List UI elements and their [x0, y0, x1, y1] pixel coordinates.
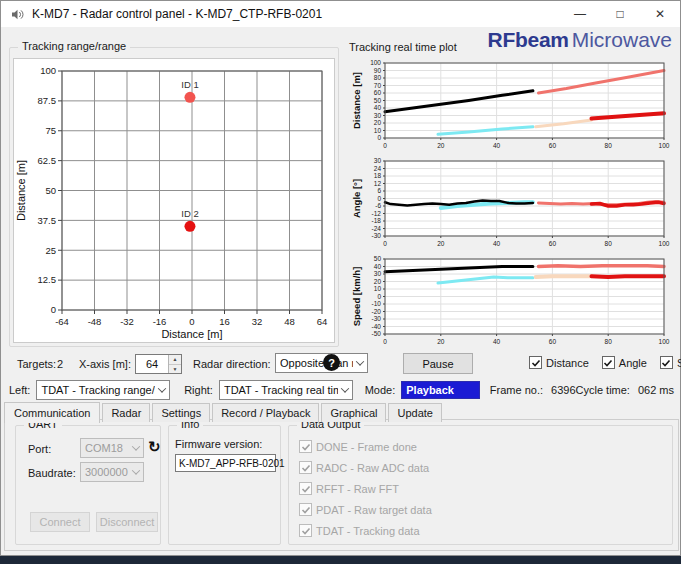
frame-label: Frame no.:	[490, 384, 543, 396]
svg-text:-30: -30	[372, 315, 382, 322]
svg-text:64: 64	[317, 316, 328, 327]
svg-text:20: 20	[437, 240, 445, 247]
cycle-time-label: Cycle time:	[576, 384, 630, 396]
svg-text:-40: -40	[372, 323, 382, 330]
chevron-down-icon	[158, 384, 166, 392]
svg-text:0: 0	[383, 240, 387, 247]
checkbox-check-icon	[299, 503, 312, 516]
svg-text:37.5: 37.5	[38, 215, 57, 226]
svg-text:60: 60	[374, 89, 382, 96]
tdat-checkbox[interactable]: TDAT - Tracking data	[299, 524, 432, 537]
svg-text:-16: -16	[153, 316, 167, 327]
svg-text:-6: -6	[375, 202, 381, 209]
rfft-checkbox[interactable]: RFFT - Raw FFT	[299, 482, 432, 495]
refresh-ports-icon[interactable]: ↻	[148, 439, 161, 454]
tab-record-playback[interactable]: Record / Playback	[212, 403, 319, 422]
baudrate-label: Baudrate:	[28, 467, 76, 479]
distance-checkbox[interactable]: Distance	[529, 356, 589, 369]
svg-text:100: 100	[370, 59, 381, 66]
svg-text:16: 16	[219, 316, 230, 327]
angle-checkbox[interactable]: Angle	[602, 356, 647, 369]
info-group: Info Firmware version: K-MD7_APP-RFB-020…	[168, 425, 281, 545]
svg-text:10: 10	[374, 127, 382, 134]
pdat-checkbox[interactable]: PDAT - Raw target data	[299, 503, 432, 516]
svg-text:10: 10	[374, 285, 382, 292]
firmware-version-field[interactable]: K-MD7_APP-RFB-0201	[175, 454, 276, 472]
maximize-button[interactable]: □	[600, 1, 640, 27]
logo-suffix: Microwave	[572, 28, 672, 52]
svg-text:Angle [°]: Angle [°]	[351, 179, 362, 218]
distance-chart: 0204060801000102030405060708090100Distan…	[351, 58, 673, 153]
connect-button[interactable]: Connect	[30, 512, 90, 532]
pause-button[interactable]: Pause	[403, 353, 473, 374]
svg-text:0: 0	[383, 142, 387, 149]
svg-text:80: 80	[605, 338, 613, 345]
mode-label: Mode:	[365, 384, 396, 396]
svg-text:-64: -64	[55, 316, 69, 327]
mode-value: Playback	[401, 381, 480, 399]
tab-radar[interactable]: Radar	[102, 403, 150, 422]
logo-brand: RFbeam	[488, 28, 569, 52]
disconnect-button[interactable]: Disconnect	[96, 512, 158, 532]
tab-graphical[interactable]: Graphical	[321, 403, 386, 422]
svg-text:90: 90	[374, 67, 382, 74]
svg-text:100: 100	[40, 65, 56, 76]
tracking-range-chart: -64-48-32-16016324864012.52537.55062.575…	[14, 59, 334, 342]
uart-group: UART Port: COM18 ↻ Baudrate: 3000000 Con…	[15, 425, 161, 545]
svg-text:0: 0	[377, 134, 381, 141]
svg-text:20: 20	[437, 338, 445, 345]
done-checkbox[interactable]: DONE - Frame done	[299, 440, 432, 453]
svg-text:100: 100	[659, 240, 670, 247]
app-window: K-MD7 - Radar control panel - K-MD7_CTP-…	[0, 0, 681, 556]
xaxis-stepper[interactable]: 64 ▲ ▼	[135, 354, 182, 374]
svg-text:0: 0	[189, 316, 194, 327]
svg-text:-48: -48	[88, 316, 102, 327]
svg-text:62.5: 62.5	[38, 155, 57, 166]
screen: K-MD7 - Radar control panel - K-MD7_CTP-…	[0, 0, 681, 564]
tab-settings[interactable]: Settings	[152, 403, 210, 422]
checkbox-check-icon	[299, 461, 312, 474]
xaxis-label: X-axis [m]:	[79, 358, 131, 370]
stepper-down-icon[interactable]: ▼	[169, 365, 181, 374]
right-view-dropdown[interactable]: TDAT - Tracking real time plot	[219, 380, 353, 400]
baudrate-dropdown[interactable]: 3000000	[80, 462, 144, 482]
bottom-bar	[0, 556, 681, 564]
svg-text:50: 50	[374, 255, 382, 262]
cycle-time-value: 062 ms	[638, 384, 674, 396]
left-view-dropdown[interactable]: TDAT - Tracking range/range	[36, 380, 170, 400]
port-dropdown[interactable]: COM18	[80, 438, 144, 458]
data-output-group: Data Output DONE - Frame done RADC - Raw…	[288, 425, 673, 545]
firmware-label: Firmware version:	[175, 438, 262, 450]
radar-direction-value: Opposite than monito	[280, 357, 353, 369]
help-icon[interactable]: ?	[323, 354, 340, 371]
svg-text:-12: -12	[372, 210, 382, 217]
svg-text:12.5: 12.5	[38, 274, 57, 285]
client-area: RFbeam Microwave Tracking range/range -6…	[1, 27, 680, 555]
svg-text:Distance [m]: Distance [m]	[15, 160, 27, 221]
chevron-down-icon	[132, 442, 140, 450]
svg-text:-10: -10	[372, 300, 382, 307]
svg-text:0: 0	[383, 338, 387, 345]
tracking-range-group: Tracking range/range -64-48-32-160163248…	[9, 47, 339, 347]
tab-update[interactable]: Update	[388, 403, 441, 422]
radc-checkbox[interactable]: RADC - Raw ADC data	[299, 461, 432, 474]
svg-text:40: 40	[493, 142, 501, 149]
realtime-plot-title: Tracking real time plot	[349, 41, 457, 53]
svg-text:80: 80	[605, 142, 613, 149]
selector-row: Left: TDAT - Tracking range/range Right:…	[1, 379, 681, 400]
close-button[interactable]: ✕	[640, 1, 680, 27]
checkbox-check-icon	[299, 482, 312, 495]
svg-text:30: 30	[374, 157, 382, 164]
minimize-button[interactable]: —	[560, 1, 600, 27]
svg-text:18: 18	[374, 172, 382, 179]
speed-checkbox[interactable]: Speed	[660, 356, 681, 369]
svg-text:40: 40	[374, 263, 382, 270]
svg-text:-18: -18	[372, 217, 382, 224]
stepper-up-icon[interactable]: ▲	[169, 355, 181, 365]
svg-text:40: 40	[493, 338, 501, 345]
svg-text:20: 20	[437, 142, 445, 149]
radar-direction-dropdown[interactable]: Opposite than monito	[275, 353, 368, 373]
svg-text:50: 50	[374, 97, 382, 104]
svg-text:100: 100	[659, 142, 670, 149]
tab-communication[interactable]: Communication	[4, 402, 100, 423]
